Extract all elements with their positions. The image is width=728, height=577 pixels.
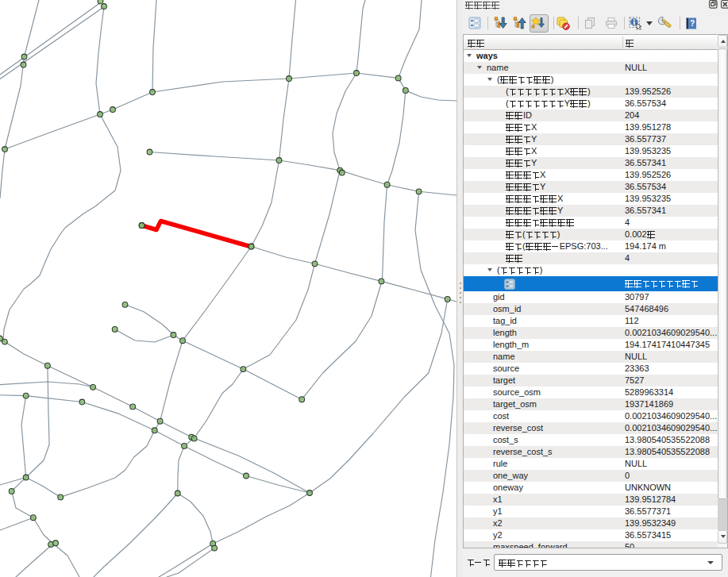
svg-text:?: ? (690, 19, 695, 28)
